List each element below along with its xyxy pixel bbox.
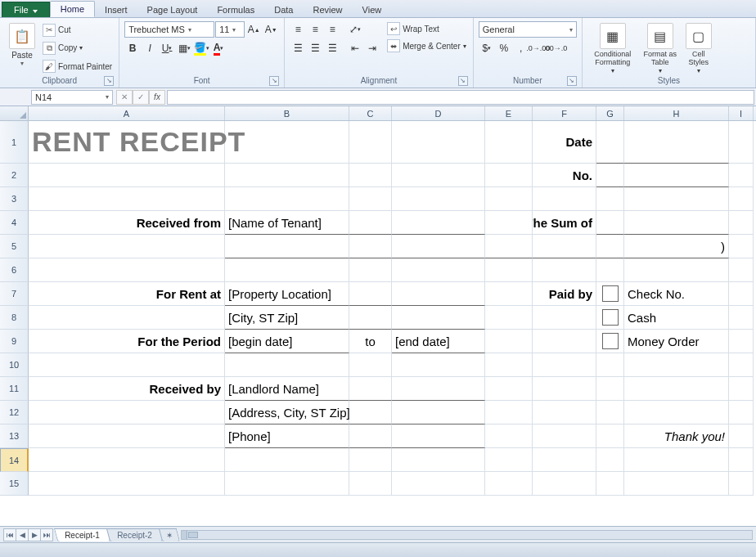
cell[interactable] (624, 377, 729, 401)
format-as-table-button[interactable]: ▤Format as Table▾ (640, 21, 681, 75)
cell[interactable]: No. (533, 164, 596, 187)
percent-button[interactable]: % (496, 40, 512, 56)
cell[interactable]: Received from (29, 211, 225, 235)
row-header[interactable]: 13 (0, 424, 29, 448)
cell[interactable] (392, 282, 485, 306)
cell[interactable] (624, 164, 729, 187)
wrap-text-button[interactable]: ↩Wrap Text (385, 21, 468, 36)
cell[interactable] (225, 187, 349, 211)
cell[interactable] (596, 448, 624, 472)
cell[interactable] (596, 306, 624, 330)
cell[interactable] (392, 377, 485, 401)
font-size-select[interactable]: 11▾ (215, 21, 245, 38)
cell[interactable] (225, 353, 349, 377)
cell[interactable] (596, 235, 624, 258)
cell[interactable] (29, 164, 225, 187)
cell[interactable] (349, 282, 392, 306)
cell[interactable] (485, 448, 533, 472)
cell[interactable] (349, 187, 392, 211)
cell[interactable] (533, 330, 596, 353)
cell[interactable] (596, 164, 624, 187)
cell[interactable] (729, 282, 754, 306)
sheet-nav-first-button[interactable]: ⏮ (3, 528, 16, 541)
cell[interactable] (596, 282, 624, 306)
col-header[interactable]: I (729, 106, 754, 120)
shrink-font-button[interactable]: A▼ (263, 21, 279, 38)
cell[interactable] (392, 211, 485, 235)
cell[interactable] (485, 282, 533, 306)
decrease-decimal-button[interactable]: .00→.0 (547, 40, 564, 56)
row-header[interactable]: 6 (0, 258, 29, 282)
cell[interactable] (624, 258, 729, 282)
cell[interactable] (349, 164, 392, 187)
row-header[interactable]: 12 (0, 401, 29, 424)
cell[interactable] (485, 164, 533, 187)
checkbox-cash[interactable] (602, 309, 619, 326)
cell[interactable] (624, 187, 729, 211)
grow-font-button[interactable]: A▲ (245, 21, 262, 38)
orientation-button[interactable]: ⤢▾ (347, 21, 363, 38)
cell[interactable] (349, 401, 392, 424)
cell[interactable]: [Phone] (225, 424, 349, 448)
cell[interactable] (624, 401, 729, 424)
cell[interactable] (729, 377, 754, 401)
cell[interactable]: ) (624, 235, 729, 258)
cell[interactable] (485, 235, 533, 258)
currency-button[interactable]: $▾ (479, 40, 495, 56)
cell[interactable] (596, 424, 624, 448)
cell[interactable]: [Property Location] (225, 282, 349, 306)
cell[interactable] (485, 401, 533, 424)
tab-insert[interactable]: Insert (95, 2, 137, 17)
cell[interactable] (485, 306, 533, 330)
cell[interactable] (349, 448, 392, 472)
col-header[interactable]: E (485, 106, 533, 120)
cell[interactable] (349, 424, 392, 448)
name-box[interactable]: N14▾ (31, 90, 113, 105)
cell[interactable] (533, 472, 596, 496)
row-header[interactable]: 2 (0, 164, 29, 187)
cell[interactable]: [begin date] (225, 330, 349, 353)
cell[interactable] (29, 187, 225, 211)
cell[interactable] (729, 424, 754, 448)
cell[interactable] (533, 424, 596, 448)
cell[interactable] (392, 401, 485, 424)
cell[interactable] (624, 448, 729, 472)
tab-home[interactable]: Home (50, 1, 95, 17)
cell[interactable] (349, 121, 392, 164)
sheet-nav-last-button[interactable]: ⏭ (40, 528, 53, 541)
cell[interactable] (533, 353, 596, 377)
sheet-tab-active[interactable]: Receipt-1 (54, 528, 110, 541)
cell[interactable] (485, 187, 533, 211)
cell[interactable] (392, 448, 485, 472)
cell[interactable] (485, 377, 533, 401)
cell[interactable]: RENT RECEIPT (29, 121, 225, 164)
cell[interactable] (533, 258, 596, 282)
cell[interactable] (349, 377, 392, 401)
cell[interactable] (485, 121, 533, 164)
cell-styles-button[interactable]: ▢Cell Styles▾ (682, 21, 715, 75)
font-name-select[interactable]: Trebuchet MS▾ (124, 21, 214, 38)
checkbox-check[interactable] (602, 285, 619, 302)
cell[interactable] (29, 424, 225, 448)
conditional-formatting-button[interactable]: ▦Conditional Formatting▾ (587, 21, 638, 75)
launcher-icon[interactable]: ↘ (458, 76, 468, 86)
row-header[interactable]: 15 (0, 472, 29, 496)
cell[interactable] (596, 377, 624, 401)
cell[interactable]: Cash (624, 306, 729, 330)
cell[interactable] (392, 306, 485, 330)
cut-button[interactable]: ✂Cut (41, 23, 114, 38)
cell[interactable] (349, 235, 392, 258)
cell[interactable]: Received by (29, 377, 225, 401)
cell[interactable] (349, 258, 392, 282)
bold-button[interactable]: B (124, 40, 141, 56)
cell[interactable] (29, 235, 225, 258)
row-header[interactable]: 1 (0, 121, 29, 164)
col-header[interactable]: D (392, 106, 485, 120)
cell[interactable] (596, 121, 624, 164)
cell[interactable] (225, 235, 349, 258)
cell[interactable] (533, 448, 596, 472)
row-header[interactable]: 8 (0, 306, 29, 330)
cell[interactable]: [Landlord Name] (225, 377, 349, 401)
col-header[interactable]: G (596, 106, 624, 120)
launcher-icon[interactable]: ↘ (567, 76, 577, 86)
